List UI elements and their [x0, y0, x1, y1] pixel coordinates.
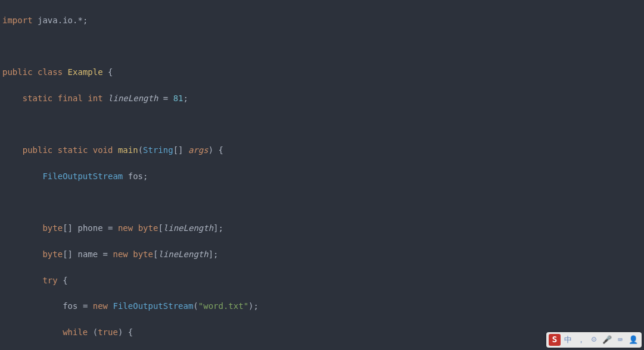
code-line — [1, 196, 644, 210]
ime-punct-toggle[interactable]: ， — [575, 334, 587, 346]
code-line: byte[] phone = new byte[lineLength]; — [1, 222, 644, 235]
code-line: public static void main(String[] args) { — [1, 144, 644, 157]
code-line: public class Example { — [1, 66, 644, 79]
ime-emoji-icon[interactable]: ☺ — [588, 334, 600, 346]
code-line: fos = new FileOutputStream("word.txt"); — [1, 300, 644, 313]
code-line: import java.io.*; — [1, 14, 644, 27]
code-editor[interactable]: import java.io.*; public class Example {… — [0, 0, 644, 350]
code-line — [1, 40, 644, 53]
code-line — [1, 118, 644, 131]
ime-voice-icon[interactable]: 🎤 — [601, 334, 613, 346]
ime-logo-icon[interactable]: S — [549, 334, 561, 346]
code-line: try { — [1, 274, 644, 288]
code-line: FileOutputStream fos; — [1, 170, 644, 183]
code-line: static final int lineLength = 81; — [1, 92, 644, 105]
ime-toolbar: S 中 ， ☺ 🎤 ⌨ 👤 — [546, 332, 642, 348]
ime-lang-toggle[interactable]: 中 — [562, 334, 574, 346]
ime-keyboard-icon[interactable]: ⌨ — [614, 334, 626, 346]
code-line: byte[] name = new byte[lineLength]; — [1, 248, 644, 261]
ime-user-icon[interactable]: 👤 — [627, 334, 639, 346]
